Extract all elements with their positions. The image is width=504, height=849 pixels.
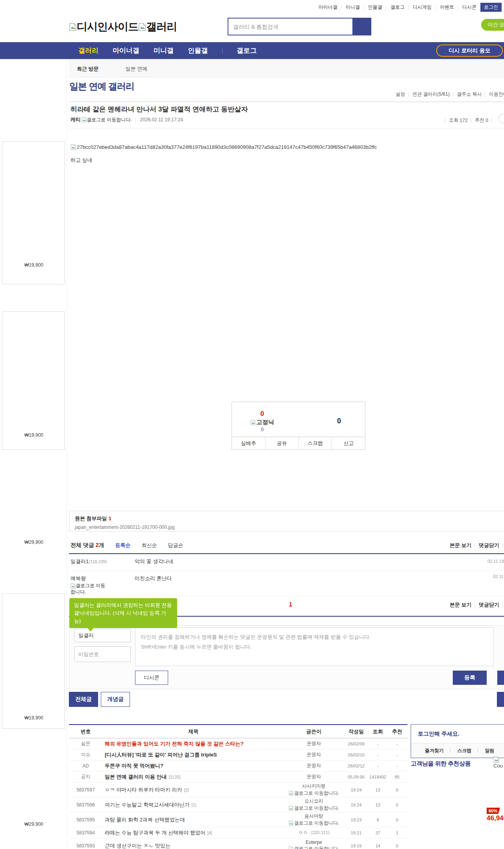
post-link[interactable]: 라떼는 수능 탐구과목 두 개 선택해야 했었어[4]: [102, 829, 284, 836]
upvote-area[interactable]: 0 고정닉 0: [241, 410, 284, 432]
gallery-utility-links: 설정│ 연관 갤러리(5/61)│ 갤주소 복사│ 이용안내: [396, 91, 504, 98]
row-date: 19:21: [343, 830, 369, 835]
row-number: 5837595: [69, 817, 102, 823]
dc-lottery-button[interactable]: 디시 로터리 응모: [436, 44, 503, 57]
comment-submit-button[interactable]: 등록: [453, 671, 487, 685]
notifications-link[interactable]: 알림: [485, 747, 495, 754]
dccon-button[interactable]: 디시콘: [135, 671, 168, 685]
sort-by-registered[interactable]: 등록순: [115, 542, 131, 549]
favorites-link[interactable]: 즐겨찾기: [425, 747, 444, 754]
top-link-gallog[interactable]: 갤로그: [390, 4, 404, 11]
row-writer[interactable]: 운영자: [284, 751, 343, 758]
nav-item-gallog[interactable]: 갤로그: [237, 46, 257, 55]
broken-image-icon: [289, 806, 293, 811]
go-to-comments-button[interactable]: [498, 113, 504, 124]
attachment-filename[interactable]: japan_entertainment-20260211-191700-000.…: [75, 525, 502, 530]
row-views: 13: [369, 788, 387, 792]
product-price[interactable]: 46,940: [487, 814, 504, 822]
comment-writer-gallog[interactable]: 갤로그로 이동합니다.: [70, 583, 108, 595]
page-title[interactable]: 일본 연예 갤러리: [69, 80, 134, 93]
post-link[interactable]: ㅇㅋ 야마시타 하루카 타마키 리카[2]: [102, 786, 284, 793]
row-writer[interactable]: 솜사아탕갤로그로 이동합니다.: [284, 813, 343, 827]
comment-nickname-input[interactable]: [74, 629, 131, 642]
close-comments-link[interactable]: 댓글닫기: [479, 601, 499, 608]
sort-by-newest[interactable]: 최신순: [142, 542, 157, 549]
share-button[interactable]: 공유: [265, 437, 298, 449]
login-button[interactable]: 로그인: [480, 3, 502, 12]
close-comments-link[interactable]: 댓글닫기: [479, 542, 499, 549]
post-link[interactable]: 여기는 수능말고 학력고사세대아닌가[1]: [102, 801, 284, 808]
top-link-person-gallery[interactable]: 인물갤: [368, 4, 382, 11]
top-link-dccon[interactable]: 디시콘: [462, 4, 476, 11]
ad-price[interactable]: ₩19,900: [24, 432, 43, 438]
post-writer[interactable]: 캐티: [70, 116, 81, 123]
post-title: 히라테 같은 멘헤라녀 만나서 3달 파멸적 연애하고 동반살자: [70, 105, 248, 114]
post-link[interactable]: 일본 연예 갤러리 이용 안내[1133]: [102, 773, 284, 780]
related-galleries-link[interactable]: 연관 갤러리(5/61): [412, 91, 450, 98]
scrap-button[interactable]: 스크랩: [298, 437, 332, 449]
nav-item-person-gallery[interactable]: 인물갤: [188, 46, 208, 55]
post-link[interactable]: [디시人터뷰] '따로 또 같이' 피어난 걸그룹 tripleS: [102, 751, 284, 758]
ad-price[interactable]: ₩29,900: [24, 821, 43, 827]
comments-page-1[interactable]: 1: [286, 601, 295, 607]
nav-item-gallery[interactable]: 갤러리: [78, 46, 98, 55]
recommend-count: 0: [485, 118, 488, 123]
site-logo[interactable]: 디시인사이드 갤러리: [69, 20, 177, 34]
night-mode-toggle[interactable]: 야간 모드: [481, 19, 504, 31]
row-writer[interactable]: 요시오리갤로그로 이동합니다.: [284, 798, 343, 812]
breadcrumb-current-gallery[interactable]: 일본 연예: [126, 65, 148, 72]
tab-best-posts[interactable]: 개념글: [101, 692, 130, 707]
search-button[interactable]: [353, 18, 371, 35]
comment-placeholder-line1: 타인의 권리를 침해하거나 명예를 훼손하는 댓글은 운영원칙 및 관련 법률에…: [141, 632, 488, 642]
comment-textarea[interactable]: 타인의 권리를 침해하거나 명예를 훼손하는 댓글은 운영원칙 및 관련 법률에…: [135, 627, 494, 666]
report-button[interactable]: 신고: [332, 437, 365, 449]
ad-price[interactable]: ₩19,900: [24, 715, 43, 721]
recent-visit-label[interactable]: 최근 방문: [77, 65, 99, 72]
top-link-event[interactable]: 이벤트: [440, 4, 454, 11]
top-link-dcgame[interactable]: 디시게임: [413, 4, 432, 11]
post-link[interactable]: 과탐 물리 화학 2과목 선택했었는데: [102, 816, 284, 823]
gallog-link[interactable]: 갤로그로 이동합니다.: [87, 117, 132, 123]
row-writer[interactable]: 운영자: [284, 740, 343, 747]
silbechu-button[interactable]: 실베추: [232, 437, 265, 449]
scrap-link[interactable]: 스크랩: [457, 747, 471, 754]
post-link[interactable]: 근데 생선구이는 ㅈㄴ 맛있는: [102, 842, 284, 849]
row-rec: -: [387, 741, 408, 746]
downvote-count[interactable]: 0: [331, 417, 347, 425]
copy-gallery-url-link[interactable]: 갤주소 복사: [457, 91, 482, 98]
comment-password-input[interactable]: [74, 646, 131, 662]
ad-price[interactable]: ₩29,900: [24, 539, 43, 545]
comment-submit-button-secondary[interactable]: 등록: [497, 671, 504, 685]
post-link[interactable]: 두쫀쿠 아직 못 먹어봤니?: [102, 762, 284, 769]
post-link[interactable]: 해외 유명인들과 있어도 기가 전혀 죽지 않을 것 같은 스타는?: [102, 740, 284, 747]
col-title: 제목: [102, 728, 284, 735]
comment-writer[interactable]: 일갤러1: [70, 558, 89, 564]
nav-item-mini-gallery[interactable]: 미니갤: [154, 46, 174, 55]
gallery-settings-link[interactable]: 설정: [396, 91, 405, 98]
nav-item-minor-gallery[interactable]: 마이너갤: [113, 46, 139, 55]
side-ad[interactable]: [2, 311, 65, 450]
write-post-button[interactable]: 글쓰기: [497, 692, 504, 707]
row-writer[interactable]: ㅇㅇ (220.121): [284, 829, 343, 836]
comment-count-badge: [1]: [191, 803, 196, 807]
row-writer[interactable]: 운영자: [284, 762, 343, 769]
vote-box: 0 고정닉 0 0 실베추 공유 스크랩 신고: [232, 402, 365, 450]
tooltip-tail: [87, 628, 94, 632]
side-ad[interactable]: [2, 593, 65, 729]
comment-writer[interactable]: 예북왕: [70, 575, 86, 581]
row-writer[interactable]: 사사키미령갤로그로 이동합니다.: [284, 783, 343, 797]
global-nav: 갤러리 마이너갤 미니갤 인물갤 갤로그 디시 로터리 응모: [0, 42, 504, 59]
row-writer[interactable]: 운영자: [284, 773, 343, 780]
ad-price[interactable]: ₩19,900: [24, 262, 43, 268]
view-post-link[interactable]: 본문 보기: [450, 542, 472, 549]
search-input[interactable]: [233, 24, 343, 30]
top-link-mini-gallery[interactable]: 미니갤: [346, 4, 360, 11]
row-writer[interactable]: Euterpe갤로그로 이동합니다.: [284, 840, 343, 849]
post-meta: 캐티 갤로그로 이동합니다. │ 2026.02.11 19:17:24: [70, 116, 183, 123]
gallery-guide-link[interactable]: 이용안내: [489, 91, 504, 98]
view-post-link[interactable]: 본문 보기: [450, 601, 472, 608]
top-link-minor-gallery[interactable]: 마이너갤: [319, 4, 337, 11]
row-date: 26/02/12: [343, 764, 369, 768]
tab-all-posts[interactable]: 전체글: [69, 692, 98, 707]
sort-by-reply[interactable]: 답글순: [168, 542, 183, 549]
